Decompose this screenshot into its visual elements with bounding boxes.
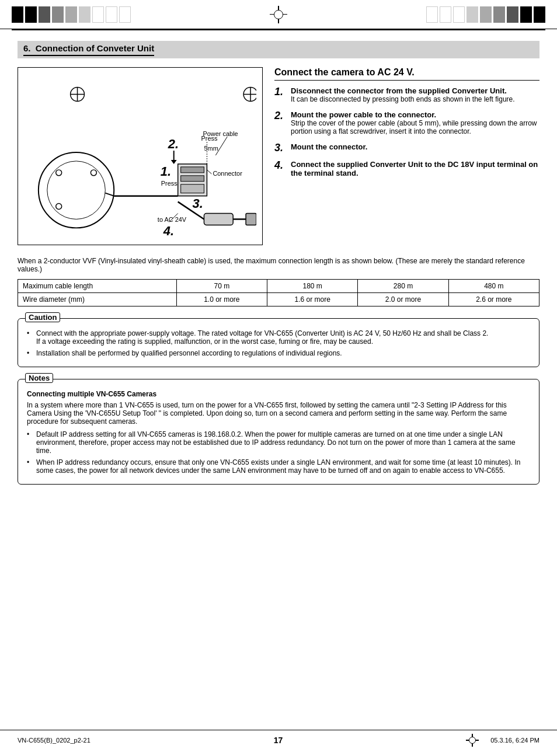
pattern-block [25, 6, 37, 23]
svg-point-4 [56, 204, 62, 210]
step-3-content: Mount the connector. [291, 142, 539, 151]
pattern-block [467, 6, 478, 23]
svg-text:1.: 1. [161, 164, 171, 179]
svg-rect-11 [181, 167, 204, 173]
notes-label: Notes [25, 373, 53, 383]
svg-text:to AC 24V: to AC 24V [158, 216, 187, 223]
connect-heading: Connect the camera to AC 24 V. [274, 67, 539, 81]
section-header: 6. Connection of Conveter Unit [18, 41, 539, 58]
step-1: 1. Disconnect the connector from the sup… [274, 86, 539, 103]
table-header-col-4: 480 m [448, 280, 539, 293]
bullet-icon: • [27, 458, 33, 475]
table-cell-0-2: 1.6 or more [267, 293, 358, 306]
svg-point-0 [39, 152, 114, 228]
step-2-num: 2. [274, 110, 287, 121]
pattern-block [65, 6, 77, 23]
two-column-layout: 2. 1. Press Press [18, 67, 539, 245]
step-1-normal: It can be disconnected by pressing both … [291, 95, 539, 103]
step-2-content: Mount the power cable to the connector. … [291, 110, 539, 135]
left-column: 2. 1. Press Press [18, 67, 263, 245]
header-pattern-right [426, 6, 545, 23]
footer-right: 05.3.16, 6:24 PM [490, 737, 539, 744]
svg-line-20 [207, 170, 211, 174]
svg-marker-7 [171, 160, 177, 164]
footer-right-crosshair: 05.3.16, 6:24 PM [466, 734, 539, 747]
step-3-num: 3. [274, 142, 287, 153]
bullet-icon: • [27, 349, 33, 357]
pattern-block [12, 6, 23, 23]
page-number: 17 [274, 736, 283, 745]
step-4: 4. Connect the supplied Converter Unit t… [274, 160, 539, 177]
notes-subheading: Connecting multiple VN-C655 Cameras [27, 390, 530, 398]
section-title-text: Connection of Conveter Unit [36, 43, 154, 53]
svg-text:5mm: 5mm [204, 145, 218, 152]
svg-text:Press: Press [161, 180, 177, 187]
header-bar [0, 0, 557, 29]
svg-text:Connector: Connector [213, 170, 242, 177]
pattern-block [119, 6, 131, 23]
pattern-block [507, 6, 518, 23]
step-3: 3. Mount the connector. [274, 142, 539, 153]
bullet-icon: • [27, 329, 33, 346]
table-cell-0-4: 2.6 or more [448, 293, 539, 306]
header-center [131, 6, 426, 23]
caution-content: • Connect with the appropriate power-sup… [27, 329, 530, 357]
table-header-row: Maximum cable length 70 m 180 m 280 m 48… [18, 280, 539, 293]
intro-text: When a 2-conductor VVF (Vinyl-insulated … [18, 257, 539, 273]
pattern-block [39, 6, 50, 23]
svg-point-3 [90, 170, 96, 176]
notes-item-2: • When IP address redundancy occurs, ens… [27, 458, 530, 475]
svg-text:3.: 3. [193, 196, 203, 211]
right-column: Connect the camera to AC 24 V. 1. Discon… [274, 67, 539, 245]
step-2: 2. Mount the power cable to the connecto… [274, 110, 539, 135]
caution-text-2: Installation shall be performed by quali… [36, 349, 342, 357]
svg-point-2 [56, 170, 62, 176]
step-2-bold: Mount the power cable to the connector. [291, 110, 436, 119]
steps-list: 1. Disconnect the connector from the sup… [274, 86, 539, 177]
svg-point-1 [47, 161, 106, 220]
caution-label: Caution [25, 312, 60, 322]
pattern-block [426, 6, 438, 23]
table-cell-0-1: 1.0 or more [176, 293, 267, 306]
table-cell-0-3: 2.0 or more [358, 293, 448, 306]
footer-crosshair-icon [466, 734, 479, 747]
svg-text:2.: 2. [168, 137, 179, 151]
table-cell-0-0: Wire diameter (mm) [18, 293, 177, 306]
svg-rect-29 [246, 214, 256, 225]
step-2-normal: Strip the cover of the power cable (abou… [291, 119, 539, 135]
bullet-icon: • [27, 430, 33, 455]
step-4-bold: Connect the supplied Converter Unit to t… [291, 160, 538, 177]
pattern-block [534, 6, 545, 23]
pattern-block [106, 6, 117, 23]
section-title: 6. Connection of Conveter Unit [23, 43, 154, 56]
notes-box: Notes Connecting multiple VN-C655 Camera… [18, 379, 539, 485]
notes-text-2: When IP address redundancy occurs, ensur… [36, 458, 530, 475]
pattern-block [493, 6, 505, 23]
pattern-block [440, 6, 451, 23]
step-4-content: Connect the supplied Converter Unit to t… [291, 160, 539, 177]
crosshair-icon [270, 6, 287, 23]
step-1-bold: Disconnect the connector from the suppli… [291, 86, 507, 95]
svg-line-23 [105, 193, 114, 196]
footer-left: VN-C655(B)_0202_p2-21 [18, 737, 90, 744]
step-3-bold: Mount the connector. [291, 142, 367, 151]
caution-item-2: • Installation shall be performed by qua… [27, 349, 530, 357]
pattern-block [453, 6, 465, 23]
table-header-col-0: Maximum cable length [18, 280, 177, 293]
notes-text-1: Default IP address setting for all VN-C6… [36, 430, 530, 455]
cable-table: Maximum cable length 70 m 180 m 280 m 48… [18, 279, 539, 306]
svg-rect-13 [181, 184, 204, 193]
notes-item-1: • Default IP address setting for all VN-… [27, 430, 530, 455]
notes-intro: In a system where more than 1 VN-C655 is… [27, 401, 530, 426]
pattern-block [520, 6, 532, 23]
notes-content: Connecting multiple VN-C655 Cameras In a… [27, 390, 530, 475]
pattern-block [79, 6, 90, 23]
section-number: 6. [23, 43, 31, 53]
svg-rect-26 [204, 214, 233, 225]
pattern-block [480, 6, 492, 23]
footer: VN-C655(B)_0202_p2-21 17 05.3.16, 6:24 P… [0, 730, 557, 750]
step-1-num: 1. [274, 86, 287, 97]
table-header-col-3: 280 m [358, 280, 448, 293]
table-row: Wire diameter (mm) 1.0 or more 1.6 or mo… [18, 293, 539, 306]
header-pattern-left [12, 6, 131, 23]
